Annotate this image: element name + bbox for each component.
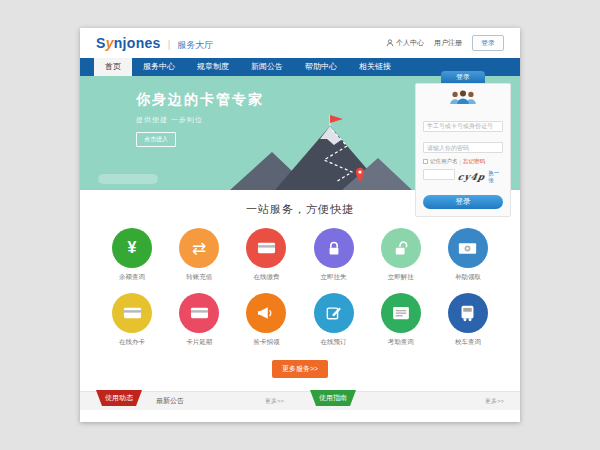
more-services-button[interactable]: 更多服务>> — [272, 360, 328, 378]
service-label: 考勤查询 — [373, 338, 429, 347]
logo-divider: | — [168, 39, 171, 50]
list-icon[interactable] — [381, 293, 421, 333]
services-row-1: ¥ 余额查询 ⇄ 转账充值 在线缴费 立即挂失 立即解挂 — [80, 228, 520, 282]
service-label: 在线办卡 — [104, 338, 160, 347]
lock-icon[interactable] — [314, 228, 354, 268]
login-panel: 登录 记住用户名 | 忘记密码 — [415, 71, 511, 217]
username-input[interactable] — [423, 121, 503, 132]
service-found-card[interactable]: 捡卡招领 — [238, 293, 294, 347]
edit-icon[interactable] — [314, 293, 354, 333]
announcements-right-column: 使用指南 更多>> — [300, 392, 520, 410]
password-input[interactable] — [423, 142, 503, 153]
service-label: 在线缴费 — [238, 273, 294, 282]
remember-checkbox[interactable] — [423, 159, 428, 164]
logo-accent: y — [106, 35, 114, 51]
service-apply-card[interactable]: 在线办卡 — [104, 293, 160, 347]
bus-icon[interactable] — [448, 293, 488, 333]
service-label: 卡片延期 — [171, 338, 227, 347]
service-label: 捡卡招领 — [238, 338, 294, 347]
header-login-button[interactable]: 登录 — [472, 35, 504, 51]
logo[interactable]: Synjones | 服务大厅 — [96, 35, 213, 52]
yen-icon[interactable]: ¥ — [112, 228, 152, 268]
hero-subtitle: 提供便捷 一步到位 — [136, 115, 264, 125]
header: Synjones | 服务大厅 个人中心 用户注册 登录 — [80, 28, 520, 58]
captcha-image[interactable]: cy4p — [457, 172, 486, 182]
transfer-icon[interactable]: ⇄ — [179, 228, 219, 268]
announcements-left-column: 使用动态 最新公告 更多>> — [80, 392, 300, 410]
login-submit-button[interactable]: 登录 — [423, 195, 503, 209]
nav-item-news[interactable]: 新闻公告 — [240, 58, 294, 76]
tab-usage-news[interactable]: 使用动态 — [96, 390, 142, 406]
service-label: 补助领取 — [440, 273, 496, 282]
service-card-renewal[interactable]: 卡片延期 — [171, 293, 227, 347]
cloud-shape — [98, 174, 158, 184]
site-name: 服务大厅 — [177, 39, 213, 52]
tab-latest-announcements[interactable]: 最新公告 — [156, 396, 184, 406]
nav-item-rules[interactable]: 规章制度 — [186, 58, 240, 76]
more-link-left[interactable]: 更多>> — [265, 397, 284, 406]
service-online-payment[interactable]: 在线缴费 — [238, 228, 294, 282]
login-tab[interactable]: 登录 — [441, 71, 485, 83]
personal-center-link[interactable]: 个人中心 — [386, 38, 424, 48]
change-captcha-link[interactable]: 换一张 — [488, 170, 503, 184]
logo-text: Synjones — [96, 35, 161, 51]
forgot-password-link[interactable]: 忘记密码 — [463, 158, 485, 165]
more-link-right[interactable]: 更多>> — [485, 397, 504, 406]
remember-label: 记住用户名 — [430, 158, 458, 165]
header-links: 个人中心 用户注册 登录 — [386, 35, 504, 51]
service-attendance[interactable]: 考勤查询 — [373, 293, 429, 347]
unlock-icon[interactable] — [381, 228, 421, 268]
service-label: 转账充值 — [171, 273, 227, 282]
service-school-bus[interactable]: 校车查询 — [440, 293, 496, 347]
hero-banner: 你身边的卡管专家 提供便捷 一步到位 点击进入 登录 记住用户名 — [80, 76, 520, 190]
service-label: 校车查询 — [440, 338, 496, 347]
service-online-booking[interactable]: 在线预订 — [306, 293, 362, 347]
nav-item-help[interactable]: 帮助中心 — [294, 58, 348, 76]
service-subsidy[interactable]: 补助领取 — [440, 228, 496, 282]
tab-user-guide[interactable]: 使用指南 — [310, 390, 356, 406]
register-link[interactable]: 用户注册 — [434, 38, 462, 48]
login-options: 记住用户名 | 忘记密码 — [423, 158, 503, 165]
nav-item-home[interactable]: 首页 — [94, 58, 132, 76]
service-label: 立即解挂 — [373, 273, 429, 282]
service-label: 在线预订 — [306, 338, 362, 347]
nav-item-service-center[interactable]: 服务中心 — [132, 58, 186, 76]
users-icon — [423, 90, 503, 109]
service-transfer[interactable]: ⇄ 转账充值 — [171, 228, 227, 282]
user-icon — [386, 39, 394, 47]
captcha-input[interactable] — [423, 169, 455, 180]
service-report-loss[interactable]: 立即挂失 — [306, 228, 362, 282]
services-row-2: 在线办卡 卡片延期 捡卡招领 在线预订 考勤查询 — [80, 293, 520, 347]
nav-item-links[interactable]: 相关链接 — [348, 58, 402, 76]
banknote-icon[interactable] — [448, 228, 488, 268]
service-unlock[interactable]: 立即解挂 — [373, 228, 429, 282]
card-icon[interactable] — [179, 293, 219, 333]
card-icon[interactable] — [246, 228, 286, 268]
card-icon[interactable] — [112, 293, 152, 333]
megaphone-icon[interactable] — [246, 293, 286, 333]
captcha-row: cy4p 换一张 — [423, 169, 503, 184]
service-label: 余额查询 — [104, 273, 160, 282]
options-separator: | — [460, 159, 461, 165]
hero-title: 你身边的卡管专家 — [136, 91, 264, 109]
register-label: 用户注册 — [434, 38, 462, 48]
service-label: 立即挂失 — [306, 273, 362, 282]
login-form: 记住用户名 | 忘记密码 cy4p 换一张 登录 — [415, 83, 511, 217]
personal-center-label: 个人中心 — [396, 38, 424, 48]
service-balance[interactable]: ¥ 余额查询 — [104, 228, 160, 282]
hero-cta-button[interactable]: 点击进入 — [136, 132, 176, 147]
announcements-tabs: 使用动态 最新公告 更多>> 使用指南 更多>> — [80, 391, 520, 410]
page: Synjones | 服务大厅 个人中心 用户注册 登录 首页 服务中心 规章制… — [80, 28, 520, 422]
hero-copy: 你身边的卡管专家 提供便捷 一步到位 点击进入 — [136, 91, 264, 147]
